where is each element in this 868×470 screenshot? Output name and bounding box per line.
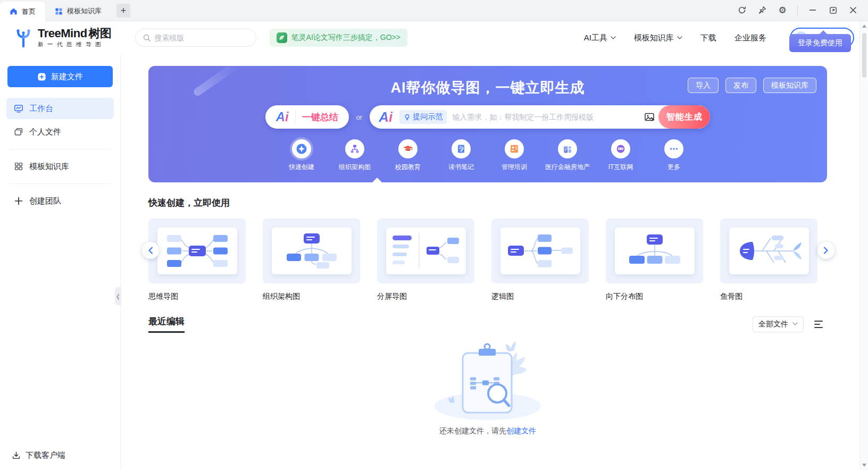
app-header: TreeMind树图 新一代思维导图 笔灵AI论文写作三步搞定，GO>> AI工… bbox=[0, 21, 868, 54]
chevron-down-icon bbox=[677, 36, 682, 40]
gear-icon: ⚙ bbox=[778, 6, 786, 15]
main-content: 导入 发布 模板知识库 AI帮你做导图，一键立即生成 Ai 一键总结 or Ai… bbox=[121, 54, 868, 470]
prompt-example-chip[interactable]: 提问示范 bbox=[399, 110, 447, 124]
vertical-scrollbar[interactable] bbox=[859, 21, 868, 470]
chevron-down-icon bbox=[792, 322, 798, 326]
sidebar-item-template-library[interactable]: 模板知识库 bbox=[6, 156, 114, 177]
sidebar: 新建文件 工作台 个人文件 模板知识库 创建团队 下载客户端 bbox=[0, 54, 121, 470]
promo-text: 笔灵AI论文写作三步搞定，GO>> bbox=[291, 33, 400, 43]
file-filter-label: 全部文件 bbox=[758, 320, 788, 329]
category-org-chart[interactable]: 组织架构图 bbox=[332, 139, 378, 172]
smart-generate-button[interactable]: 智能生成 bbox=[658, 105, 710, 129]
category-education[interactable]: 校园教育 bbox=[385, 139, 431, 172]
fishbone-thumbnail bbox=[729, 228, 809, 274]
sidebar-item-personal-files[interactable]: 个人文件 bbox=[6, 121, 114, 142]
category-it-internet[interactable]: IT互联网 bbox=[598, 139, 644, 172]
nav-ai-tools[interactable]: AI工具 bbox=[584, 33, 616, 43]
graduation-cap-icon bbox=[398, 139, 418, 158]
brand-logo[interactable]: TreeMind树图 新一代思维导图 bbox=[14, 27, 112, 48]
notebook-icon bbox=[452, 139, 471, 158]
globe-icon bbox=[611, 139, 630, 158]
sidebar-divider bbox=[10, 149, 111, 149]
maximize-button[interactable] bbox=[824, 2, 841, 19]
category-quick-create[interactable]: 快速创建 bbox=[279, 139, 324, 172]
category-more[interactable]: 更多 bbox=[651, 139, 697, 172]
pin-button[interactable] bbox=[754, 2, 771, 19]
download-icon bbox=[12, 451, 21, 460]
publish-button[interactable]: 发布 bbox=[725, 78, 756, 93]
category-management-training[interactable]: 管理培训 bbox=[491, 139, 537, 172]
tab-home-label: 首页 bbox=[22, 7, 36, 16]
more-dots-icon bbox=[664, 139, 683, 158]
category-reading-notes[interactable]: 读书笔记 bbox=[438, 139, 484, 172]
tab-home[interactable]: 首页 bbox=[0, 2, 45, 21]
nav-enterprise[interactable]: 企业服务 bbox=[735, 33, 766, 43]
category-row: 快速创建 组织架构图 校园教育 bbox=[148, 139, 827, 172]
one-click-summary-button[interactable]: Ai 一键总结 bbox=[265, 105, 349, 129]
card-fishbone[interactable]: 鱼骨图 bbox=[720, 219, 817, 301]
building-icon bbox=[558, 139, 577, 158]
tab-template-library[interactable]: 模板知识库 bbox=[45, 2, 111, 21]
downward-chart-thumbnail bbox=[615, 228, 695, 274]
carousel-next-button[interactable] bbox=[817, 242, 834, 259]
nav-template-library[interactable]: 模板知识库 bbox=[634, 33, 682, 43]
new-file-button[interactable]: 新建文件 bbox=[7, 66, 113, 87]
ai-generate-pill: Ai 提问示范 智能生成 bbox=[370, 105, 710, 129]
sidebar-collapse-handle[interactable]: ❮ bbox=[115, 287, 121, 305]
scroll-down-arrow[interactable] bbox=[862, 464, 866, 467]
close-button[interactable] bbox=[845, 2, 862, 19]
nav-download[interactable]: 下载 bbox=[700, 33, 716, 43]
scroll-up-arrow[interactable] bbox=[862, 24, 866, 28]
recent-tools: 全部文件 bbox=[753, 316, 827, 332]
promo-banner[interactable]: 笔灵AI论文写作三步搞定，GO>> bbox=[270, 29, 407, 47]
refresh-button[interactable] bbox=[733, 2, 750, 19]
quick-create-title: 快速创建，立即使用 bbox=[148, 197, 827, 209]
card-label: 向下分布图 bbox=[606, 292, 703, 301]
training-card-icon bbox=[505, 139, 524, 158]
template-library-button[interactable]: 模板知识库 bbox=[763, 78, 816, 93]
sidebar-divider bbox=[10, 183, 111, 184]
controls-divider bbox=[797, 5, 798, 15]
summary-label: 一键总结 bbox=[302, 111, 338, 123]
selected-category-notch bbox=[372, 178, 382, 182]
settings-button[interactable]: ⚙ bbox=[774, 2, 791, 19]
search-input[interactable] bbox=[155, 33, 240, 42]
ai-requirement-input[interactable] bbox=[452, 113, 640, 121]
image-upload-button[interactable] bbox=[640, 111, 658, 123]
banner-actions: 导入 发布 模板知识库 bbox=[688, 78, 816, 93]
scrollbar-thumb[interactable] bbox=[862, 33, 866, 78]
template-search[interactable] bbox=[135, 29, 256, 47]
category-medical-finance-realestate[interactable]: 医疗金融房地产 bbox=[545, 139, 590, 172]
template-cards-carousel: 思维导图 组织架构图 bbox=[148, 219, 827, 301]
plus-icon bbox=[14, 196, 23, 206]
ai-input-row: Ai 一键总结 or Ai 提问示范 智能生成 bbox=[148, 105, 827, 129]
chevron-down-icon bbox=[611, 36, 616, 40]
minimize-button[interactable] bbox=[804, 2, 821, 19]
recent-section-header: 最近编辑 全部文件 bbox=[148, 315, 827, 333]
sidebar-item-create-team[interactable]: 创建团队 bbox=[6, 190, 114, 212]
workbench-icon bbox=[14, 104, 23, 113]
card-org-chart[interactable]: 组织架构图 bbox=[263, 219, 360, 301]
sidebar-item-workbench[interactable]: 工作台 bbox=[6, 98, 114, 119]
file-filter-dropdown[interactable]: 全部文件 bbox=[753, 316, 804, 332]
or-label: or bbox=[356, 113, 363, 121]
card-logic-chart[interactable]: 逻辑图 bbox=[491, 219, 589, 301]
create-file-link[interactable]: 创建文件 bbox=[506, 426, 536, 435]
carousel-prev-button[interactable] bbox=[142, 242, 159, 259]
tab-template-label: 模板知识库 bbox=[67, 6, 102, 16]
template-cards: 思维导图 组织架构图 bbox=[148, 219, 827, 301]
template-grid-icon bbox=[55, 7, 63, 15]
download-client-button[interactable]: 下载客户端 bbox=[12, 450, 65, 460]
import-button[interactable]: 导入 bbox=[688, 78, 719, 93]
empty-state: 还未创建文件，请先创建文件 bbox=[148, 336, 827, 436]
card-split-map[interactable]: 分屏导图 bbox=[377, 219, 474, 301]
chevron-left-icon bbox=[148, 247, 153, 254]
list-view-button[interactable] bbox=[812, 317, 827, 332]
card-mindmap[interactable]: 思维导图 bbox=[148, 219, 246, 301]
browser-tabbar: 首页 模板知识库 + ⚙ bbox=[0, 0, 868, 21]
new-tab-button[interactable]: + bbox=[116, 4, 130, 18]
pill-divider bbox=[295, 111, 296, 123]
sidebar-item-label: 工作台 bbox=[29, 104, 53, 114]
card-downward-chart[interactable]: 向下分布图 bbox=[606, 219, 703, 301]
treemind-logo-icon bbox=[14, 27, 33, 48]
